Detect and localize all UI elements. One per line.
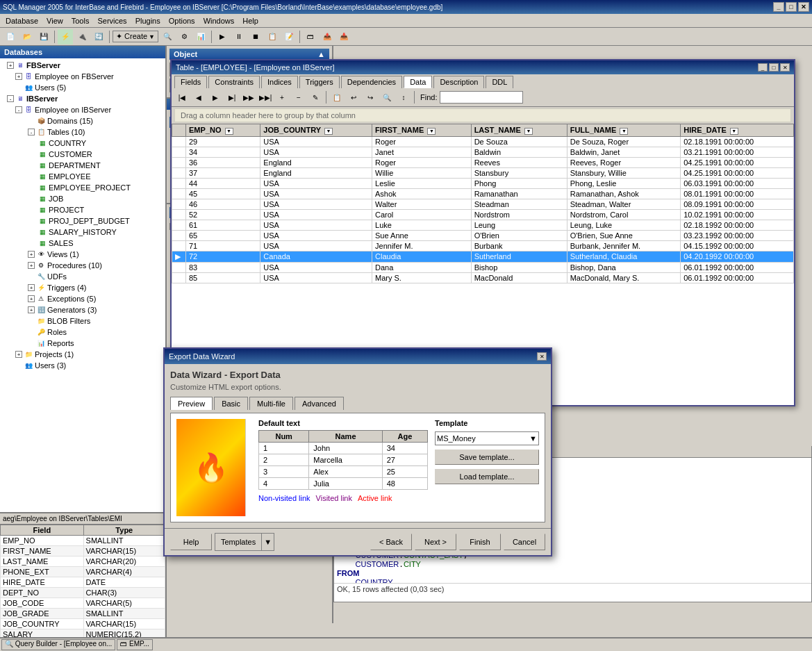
triggers-item[interactable]: + ⚡ Triggers (4) [1, 282, 164, 293]
table-department[interactable]: ▦DEPARTMENT [1, 160, 164, 171]
ibserver-expand[interactable]: - [7, 95, 14, 102]
nav-first[interactable]: |◀ [174, 90, 190, 105]
find-input[interactable] [440, 91, 523, 104]
domains-item[interactable]: 📦 Domains (15) [1, 115, 164, 126]
copy-btn[interactable]: 📋 [329, 90, 345, 105]
col-first-name[interactable]: FIRST_NAME ▼ [372, 124, 472, 137]
tab-indices[interactable]: Indices [261, 76, 298, 88]
taskbar-query-builder[interactable]: 🔍 Query Builder - [Employee on... [1, 639, 115, 650]
save-template-button[interactable]: Save template... [435, 450, 539, 465]
tab-data[interactable]: Data [404, 76, 432, 88]
table-row[interactable]: 46 USA Walter Steadman Steadman, Walter … [172, 199, 794, 209]
back-button[interactable]: < Back [370, 534, 412, 550]
employee-fb-expand[interactable]: + [15, 73, 22, 80]
taskbar-emp[interactable]: 🗃 EMP... [117, 639, 153, 650]
table-row[interactable]: 52 USA Carol Nordstrom Nordstrom, Carol … [172, 209, 794, 220]
nav-prev[interactable]: ◀ [191, 90, 206, 105]
load-template-button[interactable]: Load template... [435, 469, 539, 484]
visited-link[interactable]: Visited link [316, 494, 352, 502]
tool-btn-10[interactable]: 📤 [320, 29, 335, 44]
db-employee-ib[interactable]: - 🗄 Employee on IBServer [1, 104, 164, 115]
menu-view[interactable]: View [42, 15, 67, 26]
nav-end[interactable]: ▶▶| [258, 90, 273, 105]
table-row[interactable]: 71 USA Jennifer M. Burbank Burbank, Jenn… [172, 240, 794, 251]
disconnect-button[interactable]: 🔌 [74, 29, 90, 44]
menu-database[interactable]: Database [1, 15, 42, 26]
employee-ib-expand[interactable]: - [15, 106, 22, 113]
wizard-tab-advanced[interactable]: Advanced [295, 397, 344, 410]
templates-dropdown[interactable]: ▼ [261, 534, 274, 550]
table-job[interactable]: ▦JOB [1, 193, 164, 204]
roles-item[interactable]: 🔑 Roles [1, 327, 164, 338]
tool-btn-2[interactable]: ⚙ [176, 29, 192, 44]
col-emp-no[interactable]: EMP_NO ▼ [186, 124, 260, 137]
cancel-button[interactable]: Cancel [504, 534, 545, 550]
filter-last-name[interactable]: ▼ [524, 128, 533, 135]
nav-last[interactable]: ▶▶ [241, 90, 256, 105]
tab-ddl[interactable]: DDL [486, 76, 513, 88]
nav-next[interactable]: ▶| [224, 90, 240, 105]
add-row[interactable]: + [274, 90, 290, 105]
tables-expand[interactable]: - [28, 129, 35, 135]
projects-expand[interactable]: + [15, 351, 22, 358]
blob-filters-item[interactable]: 📁 BLOB Filters [1, 315, 164, 327]
server-fbserver[interactable]: + 🖥 FBServer [1, 60, 164, 71]
templates-button[interactable]: Templates [215, 534, 261, 550]
object-collapse-arrow[interactable]: ▲ [317, 50, 325, 58]
users-fb[interactable]: 👥 Users (5) [1, 82, 164, 93]
tab-triggers[interactable]: Triggers [299, 76, 340, 88]
tool-btn-9[interactable]: 🗃 [303, 29, 318, 44]
filter-emp-no[interactable]: ▼ [225, 128, 233, 135]
next-button[interactable]: Next > [415, 534, 456, 550]
table-row[interactable]: 37 England Willie Stansbury Stansbury, W… [172, 167, 794, 178]
menu-windows[interactable]: Windows [199, 15, 239, 26]
tool-btn-8[interactable]: 📝 [281, 29, 297, 44]
tab-description[interactable]: Description [433, 76, 484, 88]
table-row[interactable]: 65 USA Sue Anne O'Brien O'Brien, Sue Ann… [172, 230, 794, 240]
col-full-name[interactable]: FULL_NAME ▼ [567, 124, 681, 137]
table-minimize[interactable]: _ [758, 63, 768, 72]
table-row[interactable]: 44 USA Leslie Phong Phong, Leslie 06.03.… [172, 178, 794, 188]
refresh-button[interactable]: 🔄 [91, 29, 106, 44]
tool-btn-6[interactable]: ⏹ [248, 29, 263, 44]
generators-expand[interactable]: + [28, 306, 35, 313]
reports-item[interactable]: 📊 Reports [1, 338, 164, 349]
table-close[interactable]: ✕ [780, 63, 790, 72]
minimize-button[interactable]: _ [773, 2, 784, 12]
table-proj_dept_budget[interactable]: ▦PROJ_DEPT_BUDGET [1, 215, 164, 226]
maximize-button[interactable]: □ [786, 2, 797, 12]
fbserver-expand[interactable]: + [7, 62, 14, 69]
tool-btn-5[interactable]: ⏸ [231, 29, 247, 44]
procedures-item[interactable]: + ⚙ Procedures (10) [1, 260, 164, 271]
tool-btn-4[interactable]: ▶ [215, 29, 230, 44]
menu-tools[interactable]: Tools [67, 15, 94, 26]
col-last-name[interactable]: LAST_NAME ▼ [471, 124, 567, 137]
menu-plugins[interactable]: Plugins [131, 15, 165, 26]
table-row[interactable]: 36 England Roger Reeves Reeves, Roger 04… [172, 157, 794, 167]
tool-btn-3[interactable]: 📊 [193, 29, 208, 44]
new-button[interactable]: 📄 [3, 29, 18, 44]
menu-help[interactable]: Help [238, 15, 263, 26]
col-hire-date[interactable]: HIRE_DATE ▼ [681, 124, 794, 137]
filter-job-country[interactable]: ▼ [324, 128, 333, 135]
wizard-close[interactable]: ✕ [537, 352, 547, 361]
table-row[interactable]: 83 USA Dana Bishop Bishop, Dana 06.01.19… [172, 262, 794, 272]
tool-btn-11[interactable]: 📥 [336, 29, 351, 44]
menu-services[interactable]: Services [93, 15, 131, 26]
tables-item[interactable]: - 📋 Tables (10) [1, 126, 164, 138]
help-button[interactable]: Help [170, 534, 212, 550]
finish-button[interactable]: Finish [459, 534, 501, 550]
table-row[interactable]: 34 USA Janet Baldwin Baldwin, Janet 03.2… [172, 147, 794, 157]
table-row[interactable]: ▶ 72 Canada Claudia Sutherland Sutherlan… [172, 251, 794, 262]
views-item[interactable]: + 👁 Views (1) [1, 249, 164, 260]
redo-btn[interactable]: ↪ [363, 90, 378, 105]
table-maximize[interactable]: □ [769, 63, 779, 72]
filter-btn[interactable]: 🔍 [379, 90, 395, 105]
undo-btn[interactable]: ↩ [346, 90, 361, 105]
tab-dependencies[interactable]: Dependencies [341, 76, 402, 88]
generators-item[interactable]: + 🔢 Generators (3) [1, 304, 164, 315]
active-link[interactable]: Active link [358, 494, 392, 502]
wizard-tab-multifile[interactable]: Multi-file [249, 397, 293, 410]
col-job-country[interactable]: JOB_COUNTRY ▼ [260, 124, 372, 137]
db-employee-fb[interactable]: + 🗄 Employee on FBServer [1, 71, 164, 82]
